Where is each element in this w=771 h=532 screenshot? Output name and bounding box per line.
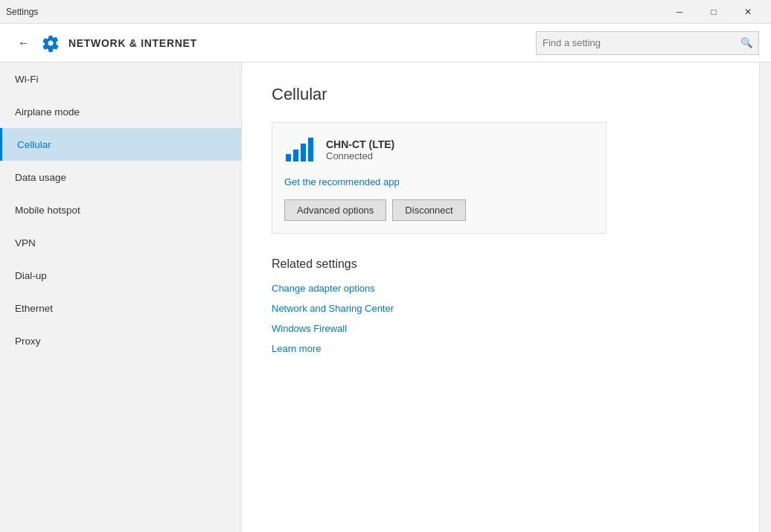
sidebar-item-dial-up[interactable]: Dial-up (0, 259, 241, 292)
sidebar-item-ethernet[interactable]: Ethernet (0, 292, 241, 324)
svg-rect-1 (293, 150, 298, 161)
network-info: CHN-CT (LTE) Connected (284, 135, 594, 164)
title-bar: Settings ─ □ ✕ (0, 0, 771, 24)
learn-more-link[interactable]: Learn more (272, 343, 729, 354)
close-button[interactable]: ✕ (731, 0, 765, 24)
sidebar-item-vpn[interactable]: VPN (0, 226, 241, 259)
back-button[interactable]: ← (12, 31, 36, 55)
sidebar-item-mobile-hotspot[interactable]: Mobile hotspot (0, 193, 241, 226)
sidebar-item-cellular[interactable]: Cellular (0, 128, 241, 161)
related-settings: Related settings Change adapter options … (272, 257, 729, 354)
search-input[interactable] (537, 37, 735, 48)
network-sharing-link[interactable]: Network and Sharing Center (272, 303, 729, 314)
sidebar-item-airplane[interactable]: Airplane mode (0, 95, 241, 128)
header-title: NETWORK & INTERNET (68, 37, 536, 49)
title-bar-left: Settings (6, 7, 38, 17)
network-name: CHN-CT (LTE) (326, 138, 594, 150)
windows-firewall-link[interactable]: Windows Firewall (272, 323, 729, 334)
minimize-button[interactable]: ─ (662, 0, 697, 24)
svg-rect-0 (286, 154, 291, 161)
maximize-button[interactable]: □ (697, 0, 731, 24)
sidebar-item-proxy[interactable]: Proxy (0, 324, 241, 357)
sidebar-item-wifi[interactable]: Wi-Fi (0, 63, 241, 95)
network-details: CHN-CT (LTE) Connected (326, 138, 594, 161)
card-buttons: Advanced options Disconnect (284, 199, 594, 221)
title-bar-controls: ─ □ ✕ (662, 0, 765, 24)
sidebar: Wi-Fi Airplane mode Cellular Data usage … (0, 63, 242, 532)
disconnect-button[interactable]: Disconnect (392, 199, 465, 221)
search-box: 🔍 (536, 31, 759, 55)
main-layout: Wi-Fi Airplane mode Cellular Data usage … (0, 63, 771, 532)
network-card: CHN-CT (LTE) Connected Get the recommend… (272, 122, 607, 234)
recommended-app-link[interactable]: Get the recommended app (284, 176, 594, 188)
advanced-options-button[interactable]: Advanced options (284, 199, 386, 221)
header-bar: ← NETWORK & INTERNET 🔍 (0, 24, 771, 63)
svg-rect-2 (301, 144, 306, 161)
settings-icon (42, 34, 60, 52)
svg-rect-3 (308, 138, 313, 161)
signal-icon (284, 135, 314, 164)
network-status: Connected (326, 150, 594, 161)
related-settings-title: Related settings (272, 257, 729, 271)
page-title: Cellular (272, 85, 729, 104)
right-accent (759, 63, 771, 532)
change-adapter-link[interactable]: Change adapter options (272, 283, 729, 294)
content-area: Cellular CHN-CT (LTE) Connected (242, 63, 759, 532)
search-button[interactable]: 🔍 (735, 32, 758, 54)
app-title: Settings (6, 7, 38, 17)
sidebar-item-data-usage[interactable]: Data usage (0, 161, 241, 193)
